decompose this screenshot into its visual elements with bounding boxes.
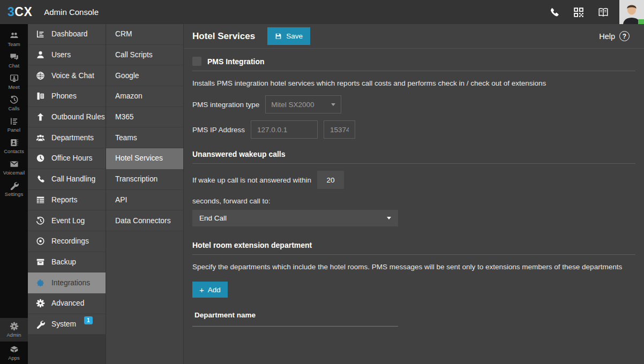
submenu-item-label: Teams [115,134,137,142]
history-icon [36,216,45,225]
submenu-item-google[interactable]: Google [106,65,183,86]
handset-icon [36,175,45,184]
sidebar-item-label: Phones [51,92,77,100]
phone-icon[interactable] [549,7,559,18]
pms-type-row: PMS integration type Mitel SX2000 [192,95,635,113]
wakeup-timeout-input[interactable] [317,171,344,189]
integrations-submenu: CRM Call Scripts Google Amazon M365 Team… [106,24,184,364]
rail-label: Admin [7,332,21,338]
submenu-item-label: API [115,196,127,204]
rail-item-apps[interactable]: Apps [0,342,28,364]
rail-item-contacts[interactable]: Contacts [0,135,28,157]
sidebar-item-departments[interactable]: Departments [28,127,106,148]
sidebar-item-outbound-rules[interactable]: Outbound Rules [28,107,106,128]
sidebar-item-event-log[interactable]: Event Log [28,210,106,231]
sidebar-item-advanced[interactable]: Advanced [28,293,106,314]
submenu-item-label: Call Scripts [115,51,153,59]
sidebar-item-voice-chat[interactable]: Voice & Chat [28,65,106,86]
wakeup-forward-value: End Call [199,214,227,222]
sidebar-item-integrations[interactable]: Integrations [28,272,106,293]
rail-label: Calls [8,105,19,111]
rail-item-calls[interactable]: Calls [0,93,28,114]
sidebar-item-system[interactable]: System 1 [28,314,106,335]
pms-integration-checkbox[interactable] [192,57,201,66]
sidebar-filler [28,335,106,364]
department-title: Hotel room extension department [192,241,312,249]
pms-ip-label: PMS IP Address [192,126,245,134]
sidebar-item-label: Outbound Rules [51,113,105,121]
sidebar-item-recordings[interactable]: Recordings [28,231,106,252]
submenu-item-label: Amazon [115,92,143,100]
rail-label: Voicemail [3,170,25,176]
chat-icon [10,52,19,62]
help-question-icon: ? [619,31,630,41]
contacts-icon [10,138,19,147]
qr-code-icon[interactable] [573,7,584,18]
manual-book-icon[interactable] [598,7,609,18]
sidebar-item-backup[interactable]: Backup [28,252,106,273]
rail-item-settings[interactable]: Settings [0,178,28,200]
department-name-column-header: Department name [192,311,635,319]
rail-item-meet[interactable]: Meet [0,71,28,93]
pms-integration-title: PMS Integration [207,57,265,66]
pms-ip-input[interactable] [251,120,318,139]
submenu-item-label: Google [115,72,139,80]
sidebar-item-label: Backup [51,258,76,266]
submenu-item-amazon[interactable]: Amazon [106,86,183,107]
add-department-button[interactable]: + Add [192,282,228,298]
admin-sidebar: Dashboard Users Voice & Chat Phones Outb… [28,24,106,364]
topbar: 3 CX Admin Console [0,0,644,24]
rail-item-admin[interactable]: Admin [0,318,28,342]
calls-history-icon [10,95,19,104]
save-button[interactable]: Save [267,27,310,45]
submenu-item-data-connectors[interactable]: Data Connectors [106,210,183,231]
pms-type-select[interactable]: Mitel SX2000 [265,95,341,113]
sidebar-item-users[interactable]: Users [28,45,106,66]
submenu-filler [106,231,183,364]
department-description: Specify the departments which include th… [192,262,635,272]
help-link[interactable]: Help ? [599,31,630,41]
submenu-item-transcription[interactable]: Transcription [106,169,183,190]
sidebar-item-label: Call Handling [51,175,95,183]
puzzle-icon [36,278,45,287]
app-title: Admin Console [44,7,99,17]
sidebar-item-dashboard[interactable]: Dashboard [28,24,106,45]
dashboard-icon [36,29,45,39]
wakeup-section-header: Unanswered wakeup calls [192,150,635,164]
record-icon [36,237,45,246]
wakeup-forward-select[interactable]: End Call [192,210,398,226]
rail-label: Contacts [4,148,24,154]
sidebar-item-call-handling[interactable]: Call Handling [28,169,106,190]
submenu-item-m365[interactable]: M365 [106,107,183,128]
rail-item-team[interactable]: Team [0,28,28,50]
submenu-item-call-scripts[interactable]: Call Scripts [106,45,183,66]
submenu-item-teams[interactable]: Teams [106,127,183,148]
sidebar-item-reports[interactable]: Reports [28,190,106,211]
sidebar-item-phones[interactable]: Phones [28,86,106,107]
pms-type-value: Mitel SX2000 [271,101,314,109]
sidebar-item-office-hours[interactable]: Office Hours [28,148,106,169]
page-title: Hotel Services [192,31,255,42]
3cx-logo: 3 CX [8,5,32,19]
submenu-item-api[interactable]: API [106,190,183,211]
pms-port-input[interactable] [324,120,355,139]
submenu-item-hotel-services[interactable]: Hotel Services [106,148,183,169]
rail-item-chat[interactable]: Chat [0,50,28,71]
rail-item-voicemail[interactable]: Voicemail [0,157,28,178]
meet-icon [10,74,19,83]
rail-item-panel[interactable]: Panel [0,114,28,135]
submenu-item-label: Hotel Services [115,154,163,162]
notification-badge: 1 [84,316,93,324]
user-avatar[interactable] [619,0,644,24]
logo-3: 3 [8,5,14,19]
topbar-actions [535,0,644,24]
department-section-header: Hotel room extension department [192,241,635,255]
phone-device-icon [36,92,45,101]
plus-icon: + [199,286,204,294]
sidebar-item-label: Recordings [51,237,89,245]
hotel-services-content: PMS Integration Installs PMS integration… [184,49,644,327]
submenu-item-crm[interactable]: CRM [106,24,183,45]
help-label: Help [599,32,615,41]
add-button-label: Add [208,286,221,294]
sidebar-item-label: Voice & Chat [51,72,94,80]
